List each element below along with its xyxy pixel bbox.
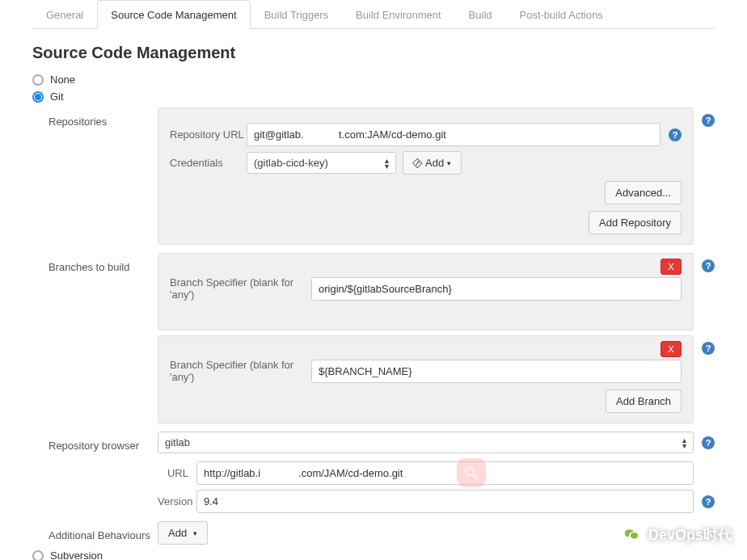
chevron-down-icon: ▾ bbox=[193, 529, 197, 537]
add-behaviour-button[interactable]: Add ▾ bbox=[158, 521, 208, 545]
browser-url-label: URL bbox=[158, 467, 196, 479]
branches-label: Branches to build bbox=[49, 253, 158, 273]
help-icon[interactable]: ? bbox=[702, 259, 715, 272]
branch-panel-2: X Branch Specifier (blank for 'any') Add… bbox=[158, 335, 694, 423]
add-branch-button[interactable]: Add Branch bbox=[606, 389, 682, 413]
repo-browser-select[interactable]: gitlab ▴▾ bbox=[158, 432, 694, 453]
add-repository-button[interactable]: Add Repository bbox=[589, 211, 682, 234]
chevron-down-icon: ▾ bbox=[447, 159, 451, 167]
help-icon[interactable]: ? bbox=[702, 114, 715, 127]
scm-radio-svn[interactable]: Subversion bbox=[32, 549, 715, 560]
repo-url-input[interactable] bbox=[247, 123, 660, 146]
behaviours-label: Additional Behaviours bbox=[49, 521, 158, 541]
delete-branch-button[interactable]: X bbox=[660, 259, 682, 275]
repo-browser-label: Repository browser bbox=[49, 432, 158, 452]
repository-panel: Repository URL ? Credentials (gitlab-cic… bbox=[158, 107, 694, 245]
help-icon[interactable]: ? bbox=[702, 436, 715, 449]
radio-label-none: None bbox=[50, 74, 75, 86]
branch-spec-label: Branch Specifier (blank for 'any') bbox=[170, 276, 311, 301]
radio-label-git: Git bbox=[50, 91, 64, 103]
add-credential-button[interactable]: ⚿ Add ▾ bbox=[403, 151, 462, 175]
branch-spec-input-1[interactable] bbox=[311, 277, 682, 301]
browser-url-input[interactable] bbox=[196, 461, 694, 485]
tab-build[interactable]: Build bbox=[455, 0, 506, 29]
config-tabs: General Source Code Management Build Tri… bbox=[32, 0, 715, 29]
scm-radio-git[interactable]: Git bbox=[32, 91, 715, 103]
radio-icon bbox=[32, 91, 44, 103]
repositories-label: Repositories bbox=[49, 107, 158, 128]
browser-version-input[interactable] bbox=[196, 490, 694, 513]
branch-spec-label: Branch Specifier (blank for 'any') bbox=[170, 359, 311, 383]
credentials-label: Credentials bbox=[170, 157, 247, 169]
radio-label-svn: Subversion bbox=[50, 549, 103, 560]
section-title: Source Code Management bbox=[32, 44, 715, 62]
radio-icon bbox=[32, 74, 44, 86]
scm-radio-none[interactable]: None bbox=[32, 74, 715, 86]
help-icon[interactable]: ? bbox=[702, 495, 715, 508]
branch-spec-input-2[interactable] bbox=[311, 360, 682, 383]
radio-icon bbox=[32, 550, 44, 561]
chevron-updown-icon: ▴▾ bbox=[385, 158, 389, 169]
tab-general[interactable]: General bbox=[32, 0, 97, 29]
tab-triggers[interactable]: Build Triggers bbox=[251, 0, 342, 29]
credentials-select[interactable]: (gitlab-cicd-key) ▴▾ bbox=[247, 152, 396, 174]
advanced-button[interactable]: Advanced... bbox=[605, 181, 682, 204]
branch-panel-1: X Branch Specifier (blank for 'any') bbox=[158, 253, 694, 331]
tab-env[interactable]: Build Environment bbox=[342, 0, 455, 29]
help-icon[interactable]: ? bbox=[702, 342, 715, 355]
delete-branch-button[interactable]: X bbox=[660, 341, 682, 357]
browser-version-label: Version bbox=[158, 495, 196, 507]
chevron-updown-icon: ▴▾ bbox=[682, 437, 686, 448]
key-icon: ⚿ bbox=[411, 156, 424, 169]
tab-scm[interactable]: Source Code Management bbox=[97, 0, 250, 29]
repo-url-label: Repository URL bbox=[170, 128, 247, 141]
help-icon[interactable]: ? bbox=[669, 128, 682, 141]
tab-post[interactable]: Post-build Actions bbox=[506, 0, 617, 29]
